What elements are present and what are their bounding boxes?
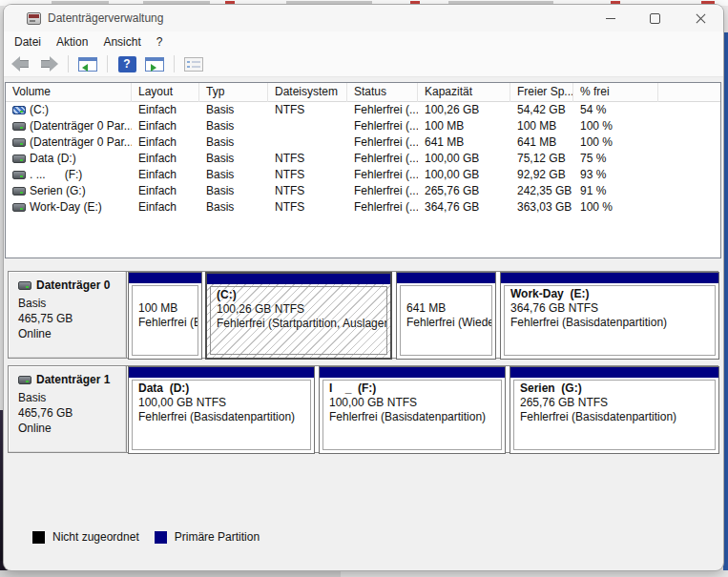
partition-label: Serien (G:) (520, 381, 715, 396)
partition-serien-g[interactable]: Serien (G:) 265,76 GB NTFS Fehlerfrei (B… (510, 366, 719, 454)
menu-aktion[interactable]: Aktion (56, 35, 88, 49)
back-button[interactable] (10, 54, 32, 74)
volume-row-recovery[interactable]: (Datenträger 0 Par... Einfach Basis Fehl… (6, 134, 720, 151)
primary-partition-swatch (155, 531, 167, 544)
primary-partition-band (510, 367, 718, 378)
volume-free-pct: 91 % (573, 183, 658, 199)
column-header-prozent-frei[interactable]: % frei (573, 83, 658, 102)
menu-help[interactable]: ? (156, 35, 163, 49)
volume-name: (C:) (6, 102, 132, 118)
show-action-pane-button[interactable] (143, 54, 166, 74)
disk-status: Online (18, 326, 126, 341)
partition-size: 641 MB (406, 301, 491, 316)
volume-fs: NTFS (268, 102, 347, 118)
close-button[interactable] (681, 5, 719, 31)
volume-free-pct: 93 % (573, 167, 658, 183)
disk-icon (18, 376, 31, 384)
volume-fs: NTFS (268, 151, 347, 167)
partition-status: Fehlerfrei (Wiederh (406, 316, 491, 330)
volume-free-pct: 100 % (573, 199, 658, 216)
titlebar[interactable]: Datenträgerverwaltung (4, 5, 723, 31)
disk-0-label[interactable]: Datenträger 0 Basis 465,75 GB Online (9, 272, 127, 358)
forward-button[interactable] (37, 54, 60, 74)
partition-data-d[interactable]: Data (D:) 100,00 GB NTFS Fehlerfrei (Bas… (128, 366, 315, 454)
column-header-dateisystem[interactable]: Dateisystem (268, 83, 347, 102)
partition-f[interactable]: I _ (F:) 100,00 GB NTFS Fehlerfrei (Basi… (319, 366, 506, 454)
volume-list-header: Volume Layout Typ Dateisystem Status Kap… (6, 83, 720, 102)
primary-partition-band (501, 273, 718, 283)
volume-typ: Basis (199, 167, 268, 183)
volume-name: Work-Day (E:) (6, 199, 132, 216)
toolbar (4, 52, 723, 77)
column-header-status[interactable]: Status (347, 83, 418, 102)
volume-layout: Einfach (132, 151, 199, 167)
volume-layout: Einfach (132, 118, 199, 134)
partition-status: Fehlerfrei (Startpartition, Auslagerun (217, 317, 386, 331)
partition-recovery[interactable]: 641 MB Fehlerfrei (Wiederh (396, 272, 496, 360)
disk-status: Online (18, 421, 126, 436)
partition-size: 100,00 GB NTFS (329, 396, 501, 410)
volume-fs (268, 134, 347, 151)
volume-capacity: 100,00 GB (418, 167, 510, 183)
partition-status: Fehlerfrei (Basisdatenpartition) (329, 410, 501, 424)
volume-free-pct: 54 % (573, 102, 658, 118)
volume-typ: Basis (199, 199, 268, 216)
disk-management-app-icon (27, 12, 41, 25)
volume-status: Fehlerfrei (... (347, 134, 418, 151)
column-header-typ[interactable]: Typ (199, 83, 268, 102)
volume-layout: Einfach (132, 183, 199, 199)
volume-free: 641 MB (510, 134, 573, 151)
volume-row-f[interactable]: . ... (F:) Einfach Basis NTFS Fehlerfrei… (6, 167, 720, 183)
legend-label: Primäre Partition (175, 530, 260, 544)
volume-row-c[interactable]: (C:) Einfach Basis NTFS Fehlerfrei (... … (6, 102, 720, 118)
volume-free-pct: 75 % (573, 151, 658, 167)
menu-datei[interactable]: Datei (14, 35, 41, 49)
help-button[interactable] (115, 54, 138, 74)
partition-size: 364,76 GB NTFS (510, 301, 715, 316)
menu-ansicht[interactable]: Ansicht (103, 35, 140, 49)
volume-free: 75,12 GB (510, 151, 573, 167)
volume-name: . ... (F:) (6, 167, 132, 183)
partition-workday-e[interactable]: Work-Day (E:) 364,76 GB NTFS Fehlerfrei … (500, 272, 719, 360)
volume-row-workday-e[interactable]: Work-Day (E:) Einfach Basis NTFS Fehlerf… (6, 199, 720, 216)
partition-c-selected[interactable]: (C:) 100,26 GB NTFS Fehlerfrei (Startpar… (205, 272, 392, 360)
volume-free: 100 MB (510, 118, 573, 134)
volume-typ: Basis (199, 134, 268, 151)
volume-layout: Einfach (132, 102, 199, 118)
volume-free: 242,35 GB (510, 183, 573, 199)
legend-label: Nicht zugeordnet (52, 530, 139, 544)
partition-status: Fehlerfrei (Basisdatenpartition) (510, 316, 715, 330)
volume-free: 92,92 GB (510, 167, 573, 183)
disk-size: 465,76 GB (18, 405, 126, 421)
volume-row-efi[interactable]: (Datenträger 0 Par... Einfach Basis Fehl… (6, 118, 720, 134)
volume-status: Fehlerfrei (... (347, 102, 418, 118)
properties-list-icon (184, 57, 203, 72)
legend-primary-partition: Primäre Partition (155, 530, 260, 544)
unallocated-swatch (32, 531, 45, 544)
column-header-volume[interactable]: Volume (6, 83, 132, 102)
toolbar-separator (107, 55, 108, 72)
disk-type: Basis (18, 390, 126, 405)
toolbar-separator (174, 55, 175, 72)
volume-row-serien-g[interactable]: Serien (G:) Einfach Basis NTFS Fehlerfre… (6, 183, 720, 199)
taskbar-strip-left (0, 570, 341, 577)
column-header-layout[interactable]: Layout (132, 83, 199, 102)
primary-partition-band (397, 273, 495, 283)
disk-properties-button[interactable] (182, 54, 205, 74)
back-icon (11, 56, 31, 72)
volume-status: Fehlerfrei (... (347, 199, 418, 216)
column-header-blank[interactable] (658, 83, 720, 102)
volume-layout: Einfach (132, 167, 199, 183)
column-header-kapazitaet[interactable]: Kapazität (418, 83, 510, 102)
column-header-freier-sp[interactable]: Freier Sp... (510, 83, 573, 102)
partition-efi[interactable]: 100 MB Fehlerfrei (EI (128, 272, 202, 360)
disk-1-label[interactable]: Datenträger 1 Basis 465,76 GB Online (9, 366, 127, 452)
show-console-tree-button[interactable] (76, 54, 99, 74)
volume-typ: Basis (199, 118, 268, 134)
toolbar-separator (68, 55, 69, 72)
minimize-button[interactable] (592, 5, 630, 31)
maximize-button[interactable] (635, 5, 674, 31)
legend-unallocated: Nicht zugeordnet (32, 530, 139, 544)
volume-row-data-d[interactable]: Data (D:) Einfach Basis NTFS Fehlerfrei … (6, 151, 720, 167)
disk-type: Basis (18, 296, 126, 311)
